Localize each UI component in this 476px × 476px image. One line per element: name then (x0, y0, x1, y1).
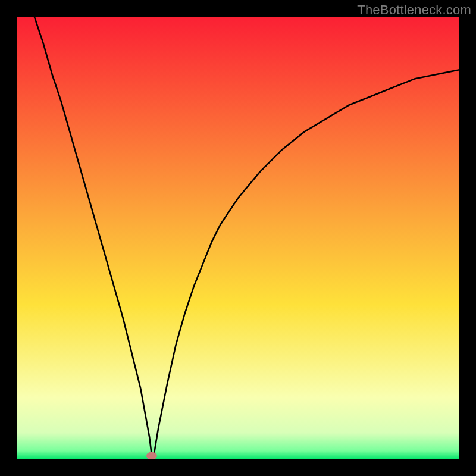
gradient-background (17, 17, 459, 459)
chart-frame (17, 17, 459, 459)
watermark-text: TheBottleneck.com (357, 2, 471, 18)
minimum-marker (146, 452, 157, 459)
bottleneck-plot (17, 17, 459, 459)
